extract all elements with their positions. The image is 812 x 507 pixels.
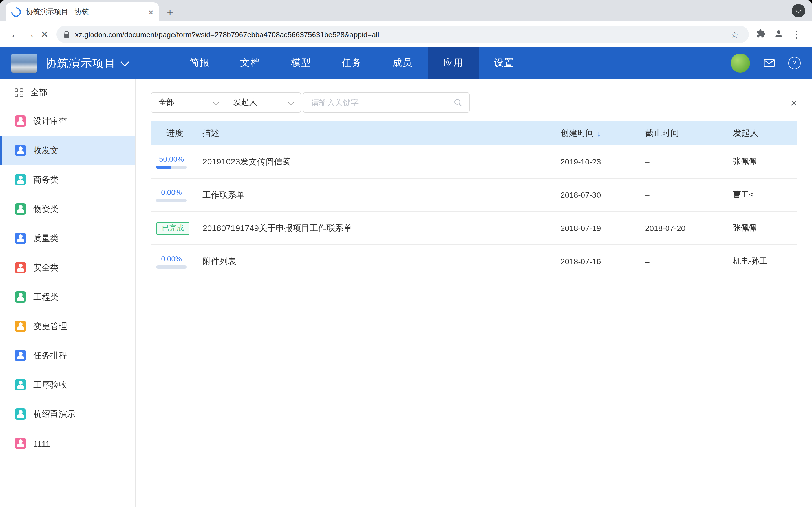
- sidebar-item[interactable]: 设计审查: [0, 107, 135, 136]
- browser-tab[interactable]: 协筑演示项目 - 协筑 ×: [6, 2, 159, 21]
- search-input[interactable]: [310, 98, 449, 108]
- row-deadline-date: 2018-07-20: [634, 224, 718, 233]
- close-panel-icon[interactable]: ×: [790, 97, 797, 108]
- sidebar-item-label: 工序验收: [33, 379, 67, 390]
- sidebar-item[interactable]: 杭绍甬演示: [0, 399, 135, 429]
- row-description: 工作联系单: [200, 189, 549, 200]
- progress-indicator: 0.00%: [156, 255, 187, 269]
- tab-search-button[interactable]: [792, 4, 805, 17]
- sidebar-item[interactable]: 变更管理: [0, 312, 135, 341]
- sidebar-item-label: 变更管理: [33, 321, 67, 332]
- column-header: 描述: [200, 128, 549, 138]
- table-row[interactable]: 已完成201807191749关于申报项目工作联系单2018-07-192018…: [151, 212, 797, 245]
- nav-item[interactable]: 任务: [326, 47, 377, 79]
- address-bar[interactable]: xz.glodon.com/document/page/form?wsid=27…: [56, 26, 749, 43]
- toolbar-right: ⋮: [753, 29, 804, 40]
- sidebar-item[interactable]: 商务类: [0, 165, 135, 194]
- browser-toolbar: ← → ✕ xz.glodon.com/document/page/form?w…: [0, 21, 812, 47]
- sidebar-item[interactable]: 质量类: [0, 224, 135, 253]
- app-header: 协筑演示项目 简报文档模型任务成员应用设置 ?: [0, 47, 812, 79]
- browser-window: 协筑演示项目 - 协筑 × + ← → ✕ xz.glodon.com/docu…: [0, 0, 812, 507]
- mail-icon[interactable]: [763, 59, 775, 68]
- sidebar-item[interactable]: 工程类: [0, 282, 135, 312]
- nav-item[interactable]: 成员: [377, 47, 428, 79]
- nav-item[interactable]: 模型: [276, 47, 326, 79]
- column-header[interactable]: 创建时间↓: [549, 128, 634, 138]
- url-text: xz.glodon.com/document/page/form?wsid=27…: [75, 30, 727, 39]
- browser-tab-strip: 协筑演示项目 - 协筑 × +: [0, 0, 812, 21]
- search-icon[interactable]: [454, 98, 462, 107]
- sidebar-item-label: 工程类: [33, 291, 59, 302]
- sidebar-item-label: 安全类: [33, 262, 59, 273]
- extensions-puzzle-icon[interactable]: [753, 29, 768, 40]
- row-initiator: 张佩佩: [718, 223, 797, 233]
- back-button[interactable]: ←: [8, 30, 22, 39]
- sidebar-item[interactable]: 工序验收: [0, 370, 135, 399]
- documents-table: 进度描述创建时间↓截止时间发起人 50.00%20191023发文传阅信笺201…: [151, 121, 797, 278]
- column-header: 发起人: [718, 128, 797, 138]
- new-tab-button[interactable]: +: [167, 7, 173, 17]
- row-progress-cell: 已完成: [151, 222, 200, 235]
- stop-button[interactable]: ✕: [37, 30, 52, 39]
- sidebar-item[interactable]: 安全类: [0, 253, 135, 282]
- filter-bar: 全部 发起人 ×: [151, 93, 797, 113]
- column-header: 截止时间: [634, 128, 718, 138]
- category-icon: [15, 379, 26, 390]
- filter-dropdown-group: 全部 发起人: [151, 93, 301, 113]
- category-icon: [15, 262, 26, 273]
- table-row[interactable]: 50.00%20191023发文传阅信笺2019-10-23–张佩佩: [151, 145, 797, 179]
- category-dropdown-value: 全部: [158, 98, 174, 108]
- initiator-dropdown-value: 发起人: [234, 98, 257, 108]
- row-deadline-date: –: [634, 157, 718, 166]
- category-icon: [15, 203, 26, 215]
- bookmark-star-icon[interactable]: ☆: [727, 30, 742, 39]
- nav-item[interactable]: 文档: [225, 47, 276, 79]
- sidebar-item[interactable]: 收发文: [0, 136, 135, 165]
- sort-desc-icon[interactable]: ↓: [597, 128, 601, 138]
- progress-bar: [156, 165, 187, 169]
- project-switcher-chevron-icon[interactable]: [120, 57, 129, 66]
- page-layout: 全部 设计审查收发文商务类物资类质量类安全类工程类变更管理任务排程工序验收杭绍甬…: [0, 79, 812, 507]
- menu-kebab-icon[interactable]: ⋮: [790, 30, 804, 39]
- nav-item[interactable]: 设置: [479, 47, 529, 79]
- profile-icon[interactable]: [771, 29, 786, 40]
- category-icon: [15, 438, 26, 449]
- category-icon: [15, 291, 26, 302]
- table-row[interactable]: 0.00%工作联系单2018-07-30–曹工<: [151, 179, 797, 212]
- sidebar-item[interactable]: 任务排程: [0, 341, 135, 370]
- table-row[interactable]: 0.00%附件列表2018-07-16–机电-孙工: [151, 245, 797, 278]
- help-icon[interactable]: ?: [788, 57, 801, 69]
- category-icon: [15, 350, 26, 361]
- progress-bar: [156, 199, 187, 202]
- row-progress-cell: 50.00%: [151, 155, 200, 169]
- row-created-date: 2018-07-30: [549, 190, 634, 200]
- sidebar-item[interactable]: 1111: [0, 429, 135, 458]
- sidebar-item-all[interactable]: 全部: [0, 79, 135, 107]
- sidebar-item[interactable]: 物资类: [0, 194, 135, 224]
- progress-percent-label: 0.00%: [161, 188, 182, 196]
- table-header: 进度描述创建时间↓截止时间发起人: [151, 121, 797, 145]
- progress-indicator: 0.00%: [156, 188, 187, 202]
- project-title: 协筑演示项目: [45, 55, 116, 71]
- nav-item[interactable]: 应用: [428, 47, 479, 79]
- sidebar-all-label: 全部: [31, 87, 47, 98]
- row-initiator: 机电-孙工: [718, 256, 797, 267]
- progress-bar: [156, 265, 187, 269]
- user-avatar[interactable]: [731, 54, 750, 73]
- progress-indicator: 50.00%: [156, 155, 187, 169]
- site-favicon-icon: [9, 5, 23, 18]
- row-progress-cell: 0.00%: [151, 255, 200, 269]
- tab-close-icon[interactable]: ×: [148, 8, 153, 16]
- search-box[interactable]: [303, 93, 470, 113]
- chevron-down-icon: [288, 99, 294, 105]
- initiator-dropdown[interactable]: 发起人: [225, 93, 301, 112]
- forward-button[interactable]: →: [22, 30, 37, 39]
- row-description: 附件列表: [200, 256, 549, 267]
- tab-title: 协筑演示项目 - 协筑: [26, 7, 145, 17]
- sidebar-item-label: 质量类: [33, 233, 59, 244]
- sidebar-list: 设计审查收发文商务类物资类质量类安全类工程类变更管理任务排程工序验收杭绍甬演示1…: [0, 107, 135, 458]
- category-dropdown[interactable]: 全部: [151, 93, 225, 112]
- nav-item[interactable]: 简报: [174, 47, 225, 79]
- sidebar-item-label: 1111: [33, 439, 50, 448]
- sidebar-item-label: 杭绍甬演示: [33, 409, 75, 419]
